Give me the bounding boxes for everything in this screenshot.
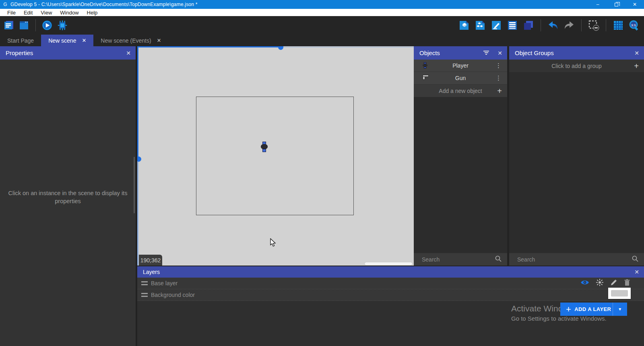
instances-list-icon[interactable] xyxy=(523,20,534,31)
background-color-swatch[interactable] xyxy=(608,288,631,299)
play-icon[interactable] xyxy=(41,20,53,31)
objects-panel-icon[interactable] xyxy=(458,20,470,31)
layer-name: Base layer xyxy=(151,280,178,286)
object-groups-header: Object Groups ✕ xyxy=(509,46,644,60)
delete-trash-icon[interactable] xyxy=(624,279,630,288)
restore-button[interactable] xyxy=(607,0,625,9)
properties-empty-message: Click on an instance in the scene to dis… xyxy=(8,189,128,205)
menu-view[interactable]: View xyxy=(37,9,56,16)
plus-icon: + xyxy=(634,62,639,70)
watermark-line2: Go to Settings to activate Windows. xyxy=(511,315,607,322)
panel-title: Properties xyxy=(6,49,33,56)
vertical-scroll-track-light[interactable] xyxy=(137,162,138,266)
restore-icon xyxy=(615,3,618,6)
player-instance[interactable] xyxy=(261,142,268,152)
add-new-object-button[interactable]: Add a new object + xyxy=(414,84,507,97)
close-icon[interactable]: ✕ xyxy=(634,46,639,60)
groups-search-input[interactable] xyxy=(509,256,632,263)
player-sprite-feet xyxy=(262,149,266,152)
close-icon[interactable]: ✕ xyxy=(126,46,131,60)
add-group-label: Click to add a group xyxy=(551,63,602,69)
layers-list-icon[interactable] xyxy=(507,20,518,31)
vertical-scroll-track[interactable] xyxy=(137,46,138,159)
object-row-player[interactable]: Player ⋮ xyxy=(414,60,507,72)
tab-bar: Start Page New scene ✕ New scene (Events… xyxy=(0,35,644,46)
menu-window[interactable]: Window xyxy=(56,9,83,16)
object-name: Player xyxy=(452,62,469,69)
properties-header: Properties ✕ xyxy=(0,46,136,60)
zoom-1-1-icon[interactable]: 1:1 xyxy=(629,20,640,31)
title-bar: G GDevelop 5 - C:\Users\Sparkle\OneDrive… xyxy=(0,0,644,9)
svg-text:1:1: 1:1 xyxy=(631,23,636,27)
scene-canvas[interactable]: 190;362 xyxy=(137,46,414,266)
layer-row-base[interactable]: Base layer xyxy=(137,278,644,289)
panel-title: Layers xyxy=(143,269,160,275)
color-preview xyxy=(611,290,628,297)
close-icon[interactable]: ✕ xyxy=(497,46,502,60)
properties-panel-icon[interactable] xyxy=(491,20,502,31)
grid-icon[interactable] xyxy=(613,20,624,31)
drag-handle-icon[interactable] xyxy=(141,281,148,285)
vertical-scroll-thumb[interactable] xyxy=(137,157,141,162)
kebab-menu-icon[interactable]: ⋮ xyxy=(495,74,502,82)
window-title: GDevelop 5 - C:\Users\Sparkle\OneDrive\D… xyxy=(10,2,198,7)
search-icon xyxy=(632,255,638,264)
add-group-button[interactable]: Click to add a group + xyxy=(509,60,644,72)
horizontal-scroll-thumb[interactable] xyxy=(278,46,283,50)
plus-icon: + xyxy=(566,305,571,314)
tab-new-scene[interactable]: New scene ✕ xyxy=(41,35,93,46)
objects-search-input[interactable] xyxy=(414,256,495,263)
visibility-eye-icon[interactable] xyxy=(580,279,589,287)
panel-title: Objects xyxy=(419,49,440,56)
tab-label: New scene (Events) xyxy=(101,37,151,44)
objects-search-row xyxy=(414,253,507,266)
add-layer-button[interactable]: + ADD A LAYER ▼ xyxy=(560,303,627,316)
toolbar-separator xyxy=(35,19,36,31)
undo-icon[interactable] xyxy=(547,20,559,31)
menu-help[interactable]: Help xyxy=(83,9,102,16)
deselect-icon[interactable] xyxy=(588,20,599,31)
redo-icon[interactable] xyxy=(564,20,575,31)
menu-file[interactable]: File xyxy=(3,9,20,16)
horizontal-scroll-track-light[interactable] xyxy=(283,47,414,47)
toolbar: 1:1 xyxy=(0,16,644,35)
object-row-gun[interactable]: Gun ⋮ xyxy=(414,72,507,84)
objects-panel: Objects ✕ Player ⋮ Gun ⋮ Add a new objec… xyxy=(414,46,507,266)
project-manager-icon[interactable] xyxy=(3,20,14,31)
filter-icon[interactable] xyxy=(483,51,489,56)
layers-panel: Layers ✕ Base layer xyxy=(137,266,644,346)
kebab-menu-icon[interactable]: ⋮ xyxy=(495,62,502,69)
object-groups-panel: Object Groups ✕ Click to add a group + xyxy=(509,46,644,266)
add-object-label: Add a new object xyxy=(439,88,482,94)
edit-pencil-icon[interactable] xyxy=(610,279,617,288)
start-page-icon[interactable] xyxy=(19,20,30,31)
tab-start-page[interactable]: Start Page xyxy=(0,35,41,46)
chevron-down-icon[interactable]: ▼ xyxy=(613,303,627,316)
close-icon[interactable]: ✕ xyxy=(634,266,639,278)
scrollbar[interactable] xyxy=(134,157,135,213)
tab-label: New scene xyxy=(48,37,76,44)
horizontal-scroll-track[interactable] xyxy=(137,46,281,47)
toolbar-separator xyxy=(541,19,541,31)
toolbar-separator xyxy=(581,19,582,31)
debug-icon[interactable] xyxy=(57,20,68,31)
layer-name: Background color xyxy=(151,292,195,298)
canvas-bottom-scrollbar[interactable] xyxy=(365,262,412,265)
close-icon[interactable]: ✕ xyxy=(157,37,161,43)
minimize-button[interactable]: – xyxy=(588,0,607,9)
layer-effects-icon[interactable] xyxy=(596,278,604,288)
cursor-coordinates: 190;362 xyxy=(139,255,162,266)
tab-new-scene-events[interactable]: New scene (Events) ✕ xyxy=(93,35,168,46)
close-icon[interactable]: ✕ xyxy=(82,37,86,43)
search-icon xyxy=(495,255,502,264)
layer-row-background-color[interactable]: Background color xyxy=(137,289,644,301)
groups-search-row xyxy=(509,253,644,266)
object-name: Gun xyxy=(455,75,466,81)
close-button[interactable]: ✕ xyxy=(625,0,644,9)
menu-edit[interactable]: Edit xyxy=(20,9,37,16)
object-groups-icon[interactable] xyxy=(475,20,486,31)
menu-bar: File Edit View Window Help xyxy=(0,9,644,16)
toolbar-separator xyxy=(606,19,606,31)
plus-icon: + xyxy=(497,87,502,95)
drag-handle-icon[interactable] xyxy=(141,293,148,297)
